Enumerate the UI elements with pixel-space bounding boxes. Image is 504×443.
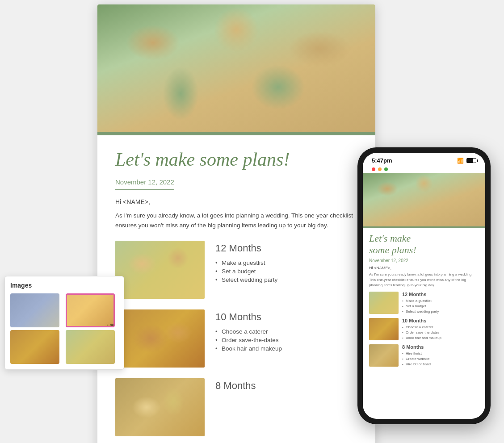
section-content-10months: 10 Months Choose a caterer Order save-th… [215,309,357,353]
phone-icons: 📶 [457,158,476,164]
phone-email-body: Let's makesome plans! November 12, 2022 … [363,228,485,375]
cursor-icon: ☞ [106,319,115,327]
phone-section-content-10months: 10 Months Choose a caterer Order save-th… [402,318,441,341]
phone-list-item: Book hair and makeup [402,335,441,341]
phone-list-item: Order save-the-dates [402,330,441,335]
images-panel: Images ☞ [4,276,124,370]
section-image-10months [115,309,205,368]
phone-section-8months: 8 Months Hire florist Create website Hir… [369,344,479,367]
phone-time: 5:47pm [372,157,392,164]
phone-email-greeting: Hi <NAME>, [369,266,479,270]
phone-window-dots [363,166,485,173]
email-section-10months: 10 Months Choose a caterer Order save-th… [115,309,357,368]
phone-dot-yellow [378,167,382,171]
phone-list-item: Select wedding party [402,309,439,314]
phone-section-image-12months [369,292,399,314]
phone-dot-green [384,167,388,171]
email-date: November 12, 2022 [115,178,174,190]
email-section-12months: 12 Months Make a guestlist Set a budget … [115,241,357,299]
phone-email-date: November 12, 2022 [369,258,479,263]
phone-battery-icon [466,158,476,163]
section-list-item: Make a guestlist [215,259,357,267]
phone-section-heading-8months: 8 Months [402,344,431,350]
image-thumb-3[interactable] [10,330,59,364]
phone-dot-red [372,167,375,171]
email-accent-bar [97,132,375,135]
section-list-10months: Choose a caterer Order save-the-dates Bo… [215,327,357,353]
phone-screen: 5:47pm 📶 Let's makesome plans! November … [363,153,485,419]
email-section-8months: 8 Months [115,378,357,436]
section-content-12months: 12 Months Make a guestlist Set a budget … [215,241,357,284]
phone-list-item: Make a guestlist [402,298,439,304]
phone-section-12months: 12 Months Make a guestlist Set a budget … [369,292,479,314]
image-thumb-4[interactable] [66,330,115,364]
email-greeting: Hi <NAME>, [115,198,357,205]
phone-section-list-10months: Choose a caterer Order save-the-dates Bo… [402,325,441,341]
section-list-item: Set a budget [215,267,357,276]
phone-section-image-10months [369,318,399,340]
phone-section-list-8months: Hire florist Create website Hire DJ or b… [402,351,431,367]
phone-email-title: Let's makesome plans! [369,233,479,256]
email-title: Let's make some plans! [115,149,357,170]
phone-fade-overlay [363,392,485,419]
section-list-12months: Make a guestlist Set a budget Select wed… [215,259,357,284]
phone-list-item: Choose a caterer [402,325,441,330]
phone-list-item: Create website [402,356,431,362]
phone-email-content: Let's makesome plans! November 12, 2022 … [363,173,485,412]
phone-section-list-12months: Make a guestlist Set a budget Select wed… [402,298,439,314]
email-hero-image [97,4,375,132]
phone-list-item: Hire florist [402,351,431,356]
email-intro: As I'm sure you already know, a lot goes… [115,211,357,230]
phone-section-image-8months [369,344,399,367]
table-art-background [97,4,375,132]
section-list-item: Order save-the-dates [215,336,357,344]
phone-section-heading-12months: 12 Months [402,292,439,297]
email-preview: Let's make some plans! November 12, 2022… [97,4,375,443]
image-thumb-2[interactable]: ☞ [66,293,115,327]
section-heading-8months: 8 Months [215,380,357,392]
phone-status-bar: 5:47pm 📶 [363,153,485,166]
section-heading-10months: 10 Months [215,311,357,323]
section-list-item: Choose a caterer [215,327,357,336]
image-thumb-1[interactable] [10,293,59,327]
phone-hero-image [363,173,485,226]
email-body: Let's make some plans! November 12, 2022… [97,135,375,443]
phone-battery-fill [467,159,473,163]
section-heading-12months: 12 Months [215,242,357,254]
phone-section-content-8months: 8 Months Hire florist Create website Hir… [402,344,431,367]
section-image-8months [115,378,205,436]
phone-email-intro: As I'm sure you already know, a lot goes… [369,272,479,288]
phone-mockup: 5:47pm 📶 Let's makesome plans! November … [357,147,491,424]
section-list-item: Book hair and makeup [215,344,357,353]
phone-section-heading-10months: 10 Months [402,318,441,323]
images-panel-title: Images [10,282,118,289]
phone-wifi-icon: 📶 [457,158,464,164]
section-content-8months: 8 Months [215,378,357,396]
phone-list-item: Hire DJ or band [402,362,431,367]
phone-section-10months: 10 Months Choose a caterer Order save-th… [369,318,479,341]
phone-list-item: Set a budget [402,304,439,309]
phone-section-content-12months: 12 Months Make a guestlist Set a budget … [402,292,439,314]
section-image-12months [115,241,205,299]
images-grid: ☞ [10,293,118,364]
section-list-item: Select wedding party [215,276,357,284]
